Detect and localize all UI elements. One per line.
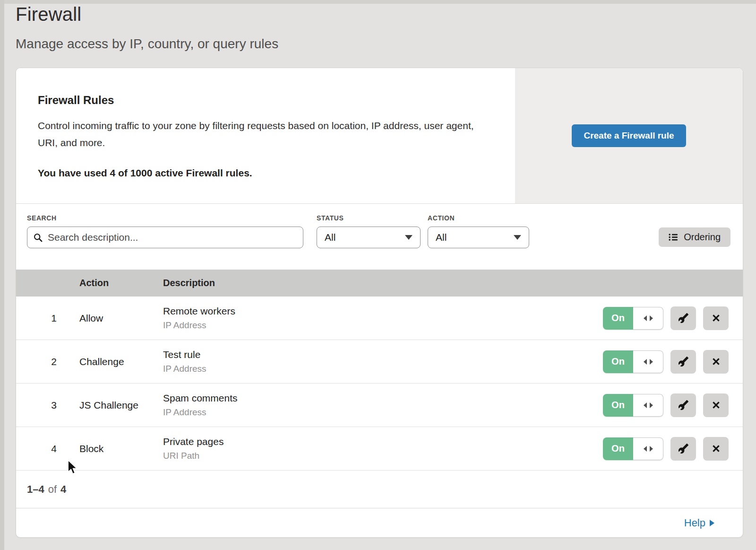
rule-description: Remote workers [163,306,603,317]
pagination-total: 4 [60,483,66,496]
help-link[interactable]: Help [684,517,714,529]
toggle-handle[interactable] [633,437,663,460]
toggle-arrows-icon [643,358,654,365]
create-firewall-rule-button[interactable]: Create a Firewall rule [572,124,686,147]
firewall-page: { "page": { "title": "Firewall", "subtit… [0,0,756,550]
status-field-group: STATUS All [317,214,421,248]
delete-rule-button[interactable] [703,350,729,374]
search-icon [33,233,43,243]
toggle-arrows-icon [643,315,654,322]
rule-description-cell: Remote workers IP Address [163,306,603,331]
overview-heading: Firewall Rules [38,94,491,107]
wrench-icon [678,400,689,410]
rule-priority: 3 [16,400,79,411]
pagination-range: 1–4 [27,483,44,496]
overview-usage-text: You have used 4 of 1000 active Firewall … [38,167,491,179]
rule-description-cell: Spam comments IP Address [163,393,603,418]
rule-match-type: URI Path [163,451,603,461]
rule-enabled-toggle[interactable]: On [603,307,663,330]
status-selected-value: All [325,232,335,243]
pagination-bar: 1–4 of 4 [16,471,743,508]
rule-action: Block [79,443,163,454]
ordering-button[interactable]: Ordering [659,227,730,247]
page-title: Firewall [16,4,278,25]
arrow-right-icon [710,520,714,526]
rule-controls: On [603,437,743,461]
rule-description: Private pages [163,436,603,447]
firewall-rules-card: Firewall Rules Control incoming traffic … [16,68,743,538]
edit-rule-button[interactable] [670,350,696,374]
ordering-button-label: Ordering [684,232,721,243]
overview-description: Control incoming traffic to your zone by… [38,117,491,151]
wrench-icon [678,313,689,323]
list-ordering-icon [669,233,679,241]
table-row: 4 Block Private pages URI Path On [16,427,743,471]
table-row: 1 Allow Remote workers IP Address On [16,297,743,340]
window-edge-top [0,0,756,4]
action-field-group: ACTION All [428,214,529,248]
rule-enabled-toggle[interactable]: On [603,394,663,417]
toggle-handle[interactable] [633,307,663,330]
pagination-of-word: of [48,483,57,496]
rule-enabled-toggle[interactable]: On [603,437,663,460]
toggle-on-state[interactable]: On [603,307,633,330]
status-label: STATUS [317,214,421,222]
delete-rule-button[interactable] [703,393,729,417]
rule-priority: 4 [16,443,79,454]
rule-description: Spam comments [163,393,603,404]
toggle-on-state[interactable]: On [603,437,633,460]
edit-rule-button[interactable] [670,437,696,461]
close-icon [711,444,721,454]
action-column-header: Action [79,278,163,288]
page-subtitle: Manage access by IP, country, or query r… [16,36,278,52]
rule-controls: On [603,306,743,330]
rule-priority: 1 [16,313,79,324]
search-box[interactable] [27,227,303,248]
table-row: 2 Challenge Test rule IP Address On [16,340,743,384]
toggle-handle[interactable] [633,394,663,417]
rule-match-type: IP Address [163,320,603,331]
toggle-arrows-icon [643,445,654,452]
overview-action-panel: Create a Firewall rule [515,68,743,203]
delete-rule-button[interactable] [703,306,729,330]
help-link-label: Help [684,517,705,529]
table-header: Action Description [16,270,743,297]
close-icon [711,313,721,323]
toggle-arrows-icon [643,402,654,409]
action-label: ACTION [428,214,529,222]
rule-description: Test rule [163,349,603,360]
close-icon [711,357,721,367]
rule-action: Allow [79,313,163,324]
toggle-on-state[interactable]: On [603,394,633,417]
rule-controls: On [603,350,743,374]
wrench-icon [678,356,689,367]
chevron-down-icon [405,235,412,240]
wrench-icon [678,443,689,454]
search-label: SEARCH [27,214,303,222]
edit-rule-button[interactable] [670,393,696,417]
rule-action: JS Challenge [79,400,163,411]
delete-rule-button[interactable] [703,437,729,461]
action-selected-value: All [436,232,447,243]
edit-rule-button[interactable] [670,306,696,330]
rule-priority: 2 [16,356,79,367]
rule-controls: On [603,393,743,417]
description-column-header: Description [163,278,743,288]
toggle-handle[interactable] [633,350,663,373]
rule-match-type: IP Address [163,364,603,374]
toggle-on-state[interactable]: On [603,350,633,373]
rule-match-type: IP Address [163,407,603,418]
rule-enabled-toggle[interactable]: On [603,350,663,373]
overview-text-panel: Firewall Rules Control incoming traffic … [16,68,515,203]
action-select[interactable]: All [428,227,529,248]
chevron-down-icon [514,235,521,240]
page-header: Firewall Manage access by IP, country, o… [16,4,278,52]
rule-action: Challenge [79,356,163,367]
search-input[interactable] [47,231,297,244]
table-row: 3 JS Challenge Spam comments IP Address … [16,384,743,427]
close-icon [711,400,721,410]
rule-description-cell: Private pages URI Path [163,436,603,461]
table-body: 1 Allow Remote workers IP Address On [16,297,743,471]
overview-section: Firewall Rules Control incoming traffic … [16,68,743,204]
status-select[interactable]: All [317,227,421,248]
